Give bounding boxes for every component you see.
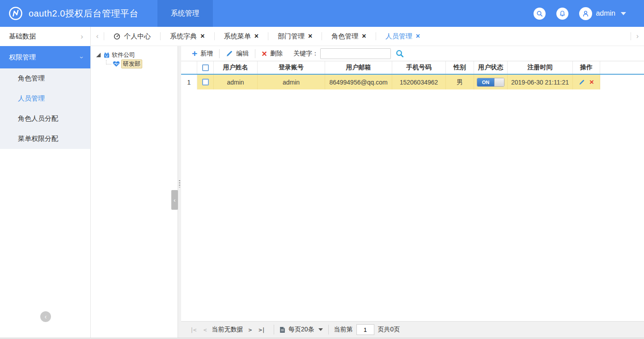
delete-button-label: 删除 bbox=[270, 50, 283, 58]
sidebar-item-basic-data[interactable]: 基础数据 › bbox=[0, 27, 90, 46]
next-page-icon[interactable] bbox=[245, 326, 255, 333]
select-all-checkbox[interactable] bbox=[202, 64, 209, 71]
sidebar-item-menu-permission-assign[interactable]: 菜单权限分配 bbox=[0, 129, 90, 149]
panel-splitter[interactable]: ‹ bbox=[178, 46, 181, 338]
tab-close-icon[interactable] bbox=[200, 33, 204, 40]
tree-expand-icon[interactable] bbox=[96, 53, 101, 57]
sidebar-item-role-personnel-assign[interactable]: 角色人员分配 bbox=[0, 109, 90, 129]
tab-system-menu[interactable]: 系统菜单 bbox=[215, 27, 268, 46]
tree-node-label-selected: 研发部 bbox=[121, 59, 142, 68]
tabs-scroll-left-button[interactable]: ‹ bbox=[91, 32, 104, 40]
page-size-label: 每页20条 bbox=[288, 326, 314, 334]
tab-role-management[interactable]: 角色管理 bbox=[322, 27, 375, 46]
table-empty-area bbox=[181, 89, 644, 321]
row-number-cell: 1 bbox=[181, 75, 197, 89]
page-size-selector[interactable]: 每页20条 bbox=[280, 326, 323, 334]
pager-separator bbox=[274, 325, 274, 335]
avatar bbox=[579, 7, 592, 20]
tree-collapse-button[interactable]: ‹ bbox=[171, 190, 178, 210]
prev-page-icon[interactable] bbox=[200, 326, 210, 333]
search-icon bbox=[536, 10, 543, 17]
column-header-name[interactable]: 用户姓名 bbox=[214, 61, 258, 74]
main-row: 基础数据 › 权限管理 › 角色管理 人员管理 角色人员分配 菜单权限分配 bbox=[0, 27, 644, 338]
column-header-filler bbox=[600, 61, 644, 74]
username-label: admin bbox=[596, 9, 615, 17]
column-header-phone[interactable]: 手机号码 bbox=[392, 61, 446, 74]
cell-account: admin bbox=[258, 75, 325, 89]
pager-status-text: 当前无数据 bbox=[212, 326, 243, 334]
cell-name: admin bbox=[214, 75, 258, 89]
current-page-input[interactable] bbox=[356, 324, 374, 335]
delete-button[interactable]: 删除 bbox=[255, 46, 289, 61]
tab-label: 人员管理 bbox=[386, 32, 412, 41]
cell-registered: 2019-06-30 21:11:21 bbox=[508, 75, 573, 89]
sidebar-item-role-management[interactable]: 角色管理 bbox=[0, 68, 90, 89]
tab-label: 部门管理 bbox=[278, 32, 305, 41]
tree-node-label: 软件公司 bbox=[112, 51, 135, 59]
keyword-search-button[interactable] bbox=[395, 49, 404, 58]
first-page-icon[interactable] bbox=[186, 326, 200, 333]
table-row[interactable]: 1 admin admin 864994956@qq.com 152060349… bbox=[181, 75, 644, 89]
plus-icon bbox=[192, 49, 197, 58]
tree-node-department[interactable]: 研发部 bbox=[106, 59, 178, 68]
sidebar-item-label: 菜单权限分配 bbox=[18, 135, 58, 143]
app-title: oauth2.0授权后台管理平台 bbox=[29, 8, 139, 20]
column-header-status[interactable]: 用户状态 bbox=[474, 61, 508, 74]
table-header-row: 用户姓名 登录账号 用户邮箱 手机号码 性别 用户状态 注册时间 操作 bbox=[181, 61, 644, 75]
keyword-input[interactable] bbox=[320, 48, 391, 59]
search-button[interactable] bbox=[534, 8, 546, 20]
chevron-left-icon: ‹ bbox=[45, 313, 47, 320]
column-header-gender[interactable]: 性别 bbox=[446, 61, 474, 74]
delete-x-icon bbox=[262, 49, 267, 58]
last-page-icon[interactable] bbox=[255, 326, 268, 333]
tab-close-icon[interactable] bbox=[308, 33, 312, 40]
row-select-cell bbox=[197, 75, 214, 89]
cell-filler bbox=[600, 75, 644, 89]
tab-personal-center[interactable]: 个人中心 bbox=[104, 27, 160, 46]
content-column: ‹ 个人中心 系统字典 系统菜单 bbox=[91, 27, 644, 338]
tabs-scroll-right-button[interactable]: › bbox=[631, 32, 644, 40]
tab-close-icon[interactable] bbox=[362, 33, 366, 40]
sidebar-item-label: 角色管理 bbox=[18, 74, 45, 83]
grid-toolbar: 新增 编辑 删除 bbox=[181, 46, 644, 61]
sidebar: 基础数据 › 权限管理 › 角色管理 人员管理 角色人员分配 菜单权限分配 bbox=[0, 27, 91, 338]
pagination-bar: 当前无数据 每页20条 bbox=[181, 321, 644, 338]
select-all-cell bbox=[197, 61, 214, 74]
cell-phone: 15206034962 bbox=[392, 75, 446, 89]
tab-department-management[interactable]: 部门管理 bbox=[268, 27, 322, 46]
tab-close-icon[interactable] bbox=[254, 33, 258, 40]
tab-close-icon[interactable] bbox=[416, 33, 420, 40]
sidebar-item-personnel-management[interactable]: 人员管理 bbox=[0, 89, 90, 109]
splitter-grip-dots bbox=[179, 180, 180, 187]
tab-label: 系统菜单 bbox=[224, 32, 251, 41]
column-header-operation[interactable]: 操作 bbox=[573, 61, 600, 74]
status-toggle[interactable]: ON bbox=[477, 78, 504, 87]
search-icon bbox=[395, 49, 404, 58]
user-menu[interactable]: admin bbox=[579, 7, 626, 20]
notifications-button[interactable] bbox=[556, 8, 568, 20]
sidebar-item-permission-management[interactable]: 权限管理 › bbox=[0, 46, 90, 68]
add-button-label: 新增 bbox=[200, 50, 213, 58]
column-header-registered[interactable]: 注册时间 bbox=[508, 61, 573, 74]
nav-tab-system-management[interactable]: 系统管理 bbox=[157, 0, 213, 27]
edit-button[interactable]: 编辑 bbox=[220, 46, 255, 61]
app-logo-icon bbox=[8, 6, 23, 21]
row-delete-icon[interactable] bbox=[589, 78, 594, 86]
workspace: 软件公司 研发部 ‹ bbox=[91, 46, 644, 338]
tab-personnel-management[interactable]: 人员管理 bbox=[376, 27, 429, 46]
toggle-on-label: ON bbox=[477, 78, 494, 86]
cell-status: ON bbox=[474, 75, 508, 89]
row-checkbox[interactable] bbox=[202, 79, 209, 85]
column-header-email[interactable]: 用户邮箱 bbox=[325, 61, 392, 74]
sidebar-collapse-button[interactable]: ‹ bbox=[40, 311, 51, 322]
user-grid-panel: 新增 编辑 删除 bbox=[181, 46, 644, 338]
row-edit-icon[interactable] bbox=[579, 79, 585, 85]
tree-node-company[interactable]: 软件公司 bbox=[96, 51, 178, 59]
add-button[interactable]: 新增 bbox=[186, 46, 219, 61]
dashboard-icon bbox=[114, 33, 120, 40]
app-window: oauth2.0授权后台管理平台 系统管理 bbox=[0, 0, 644, 339]
pager-separator bbox=[328, 325, 329, 335]
column-header-account[interactable]: 登录账号 bbox=[258, 61, 325, 74]
tab-label: 角色管理 bbox=[331, 32, 358, 41]
tab-system-dictionary[interactable]: 系统字典 bbox=[161, 27, 214, 46]
